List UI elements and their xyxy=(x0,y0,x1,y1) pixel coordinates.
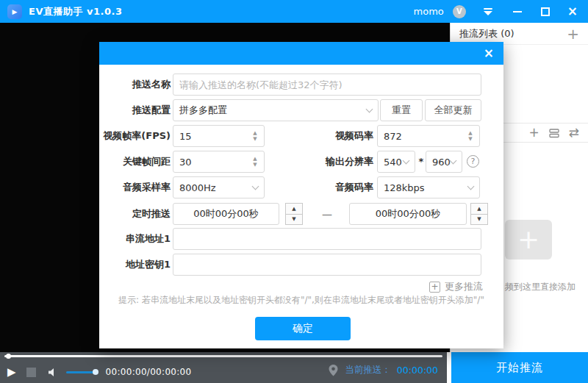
dropdown-menu-triangle xyxy=(484,11,492,15)
minimize-icon xyxy=(513,11,522,12)
current-push-status: 当前推送： 00:00:00 xyxy=(329,364,438,376)
avatar-letter: V xyxy=(456,7,462,15)
audio-bitrate-value: 128kbps xyxy=(384,182,425,193)
push-config-value: 拼多多配置 xyxy=(179,104,227,117)
resolution-width-select[interactable]: 540 xyxy=(377,151,415,173)
app-window: ▶ EV直播助手 v1.0.3 momo V × 推流列表 (0) + + ⇄ xyxy=(0,0,588,383)
stop-button[interactable] xyxy=(26,368,36,377)
push-settings-dialog: × 推送名称 推送配置 拼多多配置 重置 全部更新 视频帧率(FPS) ▲ ▼ … xyxy=(99,42,503,348)
push-list-title: 推流列表 (0) xyxy=(459,27,514,40)
stream-key-label: 地址密钥1 xyxy=(99,254,171,276)
title-bar: ▶ EV直播助手 v1.0.3 momo V × xyxy=(0,0,588,23)
start-streaming-button[interactable]: 开始推流 xyxy=(451,352,588,383)
dialog-hint-text: 提示: 若串流地址末尾以及地址密钥开头都没有"/",则在串流地址末尾或者地址密钥… xyxy=(99,294,503,307)
dropdown-menu-icon[interactable] xyxy=(484,8,492,15)
window-close-button[interactable]: × xyxy=(567,5,578,18)
chevron-down-icon xyxy=(366,105,373,112)
arrow-down-icon[interactable]: ▼ xyxy=(470,214,488,226)
play-glyph: ▶ xyxy=(12,8,18,15)
fps-stepper[interactable]: ▲ ▼ xyxy=(249,126,261,146)
dialog-close-icon[interactable]: × xyxy=(484,45,494,61)
maximize-button[interactable] xyxy=(541,7,550,16)
push-config-label: 推送配置 xyxy=(99,99,171,121)
arrow-up-icon[interactable]: ▲ xyxy=(468,130,472,136)
audio-sample-rate-label: 音频采样率 xyxy=(99,176,171,198)
arrow-down-icon[interactable]: ▼ xyxy=(253,162,257,168)
push-config-select[interactable]: 拼多多配置 xyxy=(173,99,379,121)
keyframe-stepper[interactable]: ▲ ▼ xyxy=(249,151,261,172)
player-bar: ▶ 00:00:00/00:00:00 当前推送： 00:00:00 xyxy=(0,352,447,383)
time-range-separator: — xyxy=(315,203,340,225)
location-pin-icon xyxy=(329,365,338,376)
chevron-down-icon xyxy=(252,182,259,190)
chevron-down-icon xyxy=(450,157,457,164)
more-push-link[interactable]: + 更多推流 xyxy=(429,280,483,293)
arrow-up-icon[interactable]: ▲ xyxy=(470,203,488,215)
avatar[interactable]: V xyxy=(453,5,466,18)
video-bitrate-stepper[interactable]: ▲ ▼ xyxy=(465,126,476,146)
arrow-down-icon[interactable]: ▼ xyxy=(468,136,472,142)
stream-url-label: 串流地址1 xyxy=(99,228,171,250)
current-push-time: 00:00:00 xyxy=(397,365,438,376)
push-name-label: 推送名称 xyxy=(99,74,171,96)
timed-push-start-input[interactable] xyxy=(173,203,279,225)
timed-push-end-stepper[interactable]: ▲ ▼ xyxy=(470,203,488,225)
fps-label: 视频帧率(FPS) xyxy=(99,125,171,147)
resolution-width-value: 540 xyxy=(384,157,402,168)
app-logo-icon: ▶ xyxy=(7,4,22,19)
add-video-dropzone[interactable]: + xyxy=(505,220,552,259)
resolution-height-select[interactable]: 960 xyxy=(426,151,462,173)
app-title: EV直播助手 v1.0.3 xyxy=(29,5,122,18)
volume-slider[interactable] xyxy=(66,371,96,373)
audio-sample-rate-value: 8000Hz xyxy=(179,182,216,193)
stream-key-input[interactable] xyxy=(173,254,481,276)
reset-button[interactable]: 重置 xyxy=(380,99,423,121)
add-media-icon[interactable]: + xyxy=(529,126,539,139)
chevron-down-icon xyxy=(467,182,475,190)
timed-push-label: 定时推送 xyxy=(99,203,171,225)
seek-knob[interactable] xyxy=(6,354,11,359)
push-name-input[interactable] xyxy=(173,74,481,96)
timed-push-start-stepper[interactable]: ▲ ▼ xyxy=(285,203,303,225)
audio-bitrate-label: 音频码率 xyxy=(305,176,373,198)
titlebar-right: momo V × xyxy=(414,5,588,18)
add-video-plus-icon: + xyxy=(517,226,539,253)
arrow-up-icon[interactable]: ▲ xyxy=(253,130,257,136)
resolution-separator: * xyxy=(417,151,426,173)
play-button[interactable]: ▶ xyxy=(7,367,16,378)
arrow-up-icon[interactable]: ▲ xyxy=(253,156,257,162)
chevron-down-icon xyxy=(403,157,410,164)
volume-knob[interactable] xyxy=(93,369,98,375)
player-controls: ▶ 00:00:00/00:00:00 xyxy=(7,365,191,379)
plus-icon: + xyxy=(429,282,440,293)
arrow-down-icon[interactable]: ▼ xyxy=(253,136,257,142)
current-push-label: 当前推送： xyxy=(345,364,391,376)
minimize-button[interactable] xyxy=(513,7,522,17)
timed-push-end-input[interactable] xyxy=(349,203,467,225)
arrow-down-icon[interactable]: ▼ xyxy=(285,214,303,226)
more-push-label: 更多推流 xyxy=(445,280,483,293)
volume-icon[interactable] xyxy=(48,368,59,377)
playback-time: 00:00:00/00:00:00 xyxy=(106,367,192,377)
dropzone-hint-text: 频到这里直接添加 xyxy=(505,281,576,293)
dialog-header: × xyxy=(99,42,503,65)
confirm-button[interactable]: 确定 xyxy=(255,317,351,340)
video-bitrate-label: 视频码率 xyxy=(305,125,373,147)
add-push-icon[interactable]: + xyxy=(567,26,579,41)
resolution-label: 输出分辨率 xyxy=(305,151,373,173)
stream-url-input[interactable] xyxy=(173,228,481,250)
keyframe-interval-label: 关键帧间距 xyxy=(99,151,171,173)
resolution-height-value: 960 xyxy=(432,157,451,168)
seek-bar[interactable] xyxy=(4,355,442,357)
dropdown-menu-bar xyxy=(484,8,492,10)
help-icon[interactable]: ? xyxy=(467,155,479,168)
loop-mode-icon[interactable]: ⇄ xyxy=(569,126,579,139)
playlist-icon[interactable] xyxy=(549,128,559,138)
audio-sample-rate-select[interactable]: 8000Hz xyxy=(173,176,265,198)
arrow-up-icon[interactable]: ▲ xyxy=(285,203,303,215)
audio-bitrate-select[interactable]: 128kbps xyxy=(377,176,480,198)
update-all-button[interactable]: 全部更新 xyxy=(425,99,481,121)
username: momo xyxy=(414,6,444,17)
